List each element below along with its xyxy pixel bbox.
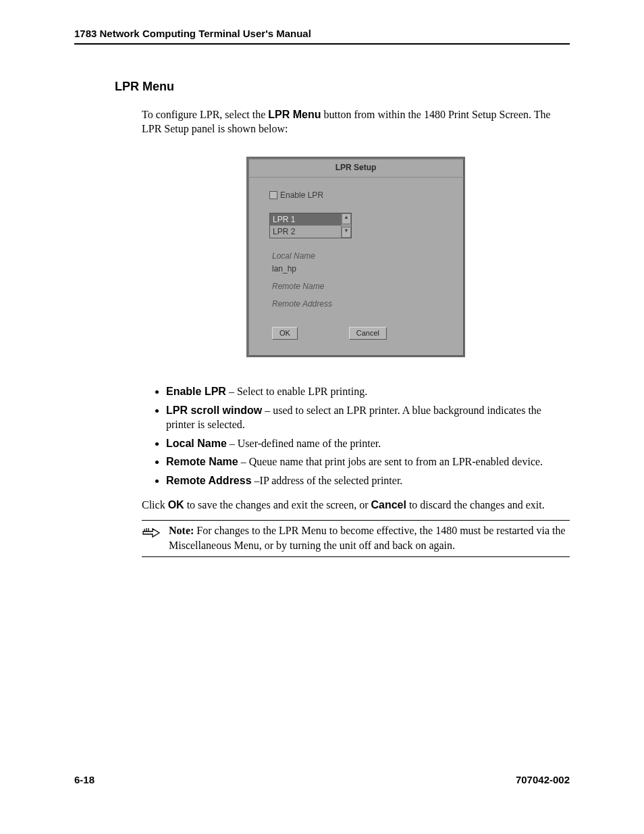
page-header: 1783 Network Computing Terminal User's M…	[74, 27, 570, 45]
intro-paragraph: To configure LPR, select the LPR Menu bu…	[142, 107, 570, 136]
ok-button[interactable]: OK	[272, 327, 298, 340]
dialog-title: LPR Setup	[248, 158, 464, 178]
bullet-desc: – Queue name that print jobs are sent to…	[238, 456, 543, 467]
enable-lpr-row: Enable LPR	[269, 190, 442, 201]
page-number: 6-18	[74, 773, 95, 787]
local-name-label: Local Name	[272, 251, 442, 261]
scroll-up-icon[interactable]: ▲	[342, 213, 351, 224]
note-block: Note: For changes to the LPR Menu to bec…	[142, 520, 570, 557]
scroll-down-icon[interactable]: ▼	[342, 227, 351, 238]
bullet-desc: –IP address of the selected printer.	[252, 475, 403, 486]
bullet-term: Remote Name	[166, 456, 238, 467]
bullet-term: Enable LPR	[166, 386, 226, 397]
lpr-setup-dialog: LPR Setup Enable LPR LPR 1 LPR 2 ▲ ▼	[246, 157, 465, 357]
lpr-listbox[interactable]: LPR 1 LPR 2 ▲ ▼	[269, 213, 352, 238]
closing-ok: OK	[168, 499, 184, 511]
closing-cancel: Cancel	[371, 499, 406, 511]
page-footer: 6-18 707042-002	[74, 773, 570, 787]
closing-mid: to save the changes and exit the screen,…	[184, 499, 371, 511]
note-label: Note:	[169, 525, 194, 536]
bullet-term: Local Name	[166, 438, 227, 449]
listbox-scrollbar[interactable]: ▲ ▼	[341, 213, 351, 238]
list-item[interactable]: LPR 1	[270, 213, 341, 226]
note-hand-icon	[142, 525, 161, 538]
enable-lpr-checkbox[interactable]	[269, 191, 277, 199]
list-item: Remote Address –IP address of the select…	[166, 473, 570, 488]
section-title: LPR Menu	[115, 78, 570, 95]
closing-pre: Click	[142, 499, 168, 511]
enable-lpr-label: Enable LPR	[280, 190, 323, 201]
list-item: Enable LPR – Select to enable LPR printi…	[166, 384, 570, 399]
remote-name-label: Remote Name	[272, 281, 442, 292]
note-text: Note: For changes to the LPR Menu to bec…	[169, 523, 570, 552]
list-item[interactable]: LPR 2	[270, 226, 341, 238]
note-body: For changes to the LPR Menu to become ef…	[169, 525, 566, 551]
list-item: Local Name – User-defined name of the pr…	[166, 436, 570, 451]
dialog-screenshot: LPR Setup Enable LPR LPR 1 LPR 2 ▲ ▼	[142, 157, 570, 357]
bullet-term: LPR scroll window	[166, 405, 262, 416]
list-item: Remote Name – Queue name that print jobs…	[166, 454, 570, 469]
bullet-term: Remote Address	[166, 475, 252, 486]
intro-pre: To configure LPR, select the	[142, 109, 268, 120]
closing-paragraph: Click OK to save the changes and exit th…	[142, 498, 570, 513]
list-item: LPR scroll window – used to select an LP…	[166, 403, 570, 432]
cancel-button[interactable]: Cancel	[349, 327, 387, 340]
local-name-value: lan_hp	[272, 263, 442, 274]
bullet-desc: – Select to enable LPR printing.	[226, 386, 367, 397]
intro-bold: LPR Menu	[268, 109, 321, 120]
bullet-desc: – User-defined name of the printer.	[227, 438, 381, 449]
document-number: 707042-002	[516, 773, 570, 787]
field-descriptions-list: Enable LPR – Select to enable LPR printi…	[142, 384, 570, 488]
remote-address-label: Remote Address	[272, 298, 442, 309]
closing-post: to discard the changes and exit.	[406, 499, 545, 511]
